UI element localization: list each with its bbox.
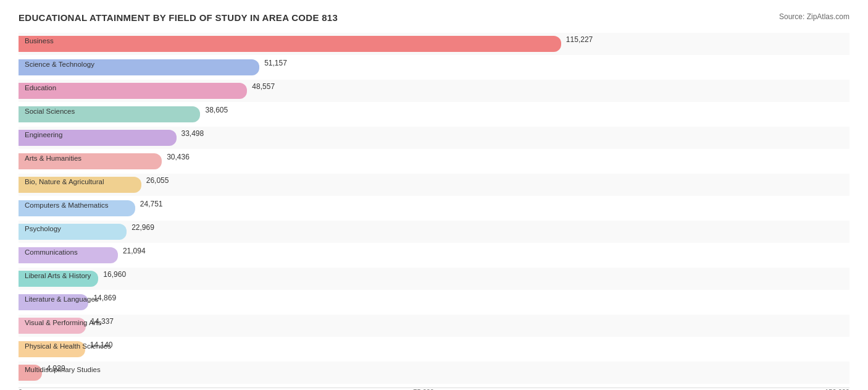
bar-row: Liberal Arts & History16,960 — [19, 268, 849, 290]
bar-label: Communications — [21, 247, 81, 257]
bar-fill: Arts & Humanities — [19, 153, 162, 169]
bar-wrapper: Liberal Arts & History16,960 — [19, 268, 849, 290]
bar-label: Literature & Languages — [21, 294, 102, 304]
bar-wrapper: Science & Technology51,157 — [19, 56, 849, 78]
bar-label: Science & Technology — [21, 59, 98, 69]
bar-fill: Liberal Arts & History — [19, 271, 98, 287]
bar-fill: Multidisciplinary Studies — [19, 365, 42, 381]
bar-value: 24,751 — [140, 200, 163, 208]
bar-fill: Visual & Performing Arts — [19, 318, 86, 334]
bar-row: Science & Technology51,157 — [19, 56, 849, 78]
bar-wrapper: Multidisciplinary Studies4,929 — [19, 362, 849, 384]
bar-wrapper: Engineering33,498 — [19, 127, 849, 149]
bar-value: 51,157 — [264, 59, 287, 67]
bar-wrapper: Visual & Performing Arts14,337 — [19, 315, 849, 337]
bar-value: 33,498 — [182, 129, 204, 138]
bar-wrapper: Physical & Health Sciences14,140 — [19, 338, 849, 360]
bars-container: Business115,227Science & Technology51,15… — [19, 33, 849, 384]
bar-label: Visual & Performing Arts — [21, 318, 105, 328]
bar-wrapper: Education48,557 — [19, 80, 849, 102]
bar-wrapper: Bio, Nature & Agricultural26,055 — [19, 174, 849, 196]
bar-label: Bio, Nature & Agricultural — [21, 177, 107, 187]
bar-row: Arts & Humanities30,436 — [19, 150, 849, 172]
bar-value: 16,960 — [103, 270, 126, 279]
bar-fill: Literature & Languages — [19, 294, 88, 310]
x-axis: 075,000150,000 — [19, 388, 849, 390]
bar-label: Computers & Mathematics — [21, 200, 112, 210]
bar-label: Liberal Arts & History — [21, 271, 94, 281]
bar-wrapper: Social Sciences38,605 — [19, 103, 849, 125]
bar-row: Social Sciences38,605 — [19, 103, 849, 125]
bar-fill: Business — [19, 36, 561, 52]
chart-title: EDUCATIONAL ATTAINMENT BY FIELD OF STUDY… — [19, 12, 338, 23]
bar-value: 21,094 — [123, 247, 146, 255]
bar-row: Communications21,094 — [19, 244, 849, 266]
bar-label: Engineering — [21, 130, 66, 140]
bar-wrapper: Psychology22,969 — [19, 221, 849, 243]
bar-label: Multidisciplinary Studies — [21, 365, 104, 375]
chart-header: EDUCATIONAL ATTAINMENT BY FIELD OF STUDY… — [19, 12, 849, 23]
bar-row: Engineering33,498 — [19, 127, 849, 149]
bar-value: 115,227 — [566, 35, 593, 44]
chart-container: EDUCATIONAL ATTAINMENT BY FIELD OF STUDY… — [19, 12, 849, 390]
bar-fill: Communications — [19, 247, 118, 263]
bar-fill: Engineering — [19, 130, 177, 146]
bar-fill: Physical & Health Sciences — [19, 341, 85, 357]
bar-wrapper: Literature & Languages14,869 — [19, 291, 849, 313]
bar-row: Business115,227 — [19, 33, 849, 55]
bar-value: 38,605 — [205, 106, 228, 114]
bar-label: Psychology — [21, 224, 65, 234]
bar-fill: Computers & Mathematics — [19, 200, 135, 216]
bar-label: Social Sciences — [21, 106, 78, 116]
bar-fill: Social Sciences — [19, 106, 200, 122]
bar-fill: Science & Technology — [19, 59, 259, 75]
bar-row: Computers & Mathematics24,751 — [19, 197, 849, 219]
bar-wrapper: Arts & Humanities30,436 — [19, 150, 849, 172]
bar-row: Physical & Health Sciences14,140 — [19, 338, 849, 360]
bar-wrapper: Communications21,094 — [19, 244, 849, 266]
bar-fill: Bio, Nature & Agricultural — [19, 177, 141, 193]
bar-value: 26,055 — [146, 176, 169, 185]
bar-value: 22,969 — [131, 223, 154, 232]
bar-value: 30,436 — [167, 153, 190, 161]
bar-fill: Education — [19, 83, 247, 99]
chart-source: Source: ZipAtlas.com — [779, 12, 849, 21]
bar-row: Visual & Performing Arts14,337 — [19, 315, 849, 337]
bar-label: Arts & Humanities — [21, 153, 85, 163]
bar-row: Multidisciplinary Studies4,929 — [19, 362, 849, 384]
bar-fill: Psychology — [19, 224, 127, 240]
bar-wrapper: Business115,227 — [19, 33, 849, 55]
bar-label: Business — [21, 36, 57, 46]
bar-label: Physical & Health Sciences — [21, 341, 115, 351]
bar-row: Literature & Languages14,869 — [19, 291, 849, 313]
bar-row: Psychology22,969 — [19, 221, 849, 243]
bar-wrapper: Computers & Mathematics24,751 — [19, 197, 849, 219]
bar-value: 48,557 — [252, 82, 275, 91]
bar-label: Education — [21, 83, 60, 93]
bar-row: Bio, Nature & Agricultural26,055 — [19, 174, 849, 196]
bar-row: Education48,557 — [19, 80, 849, 102]
